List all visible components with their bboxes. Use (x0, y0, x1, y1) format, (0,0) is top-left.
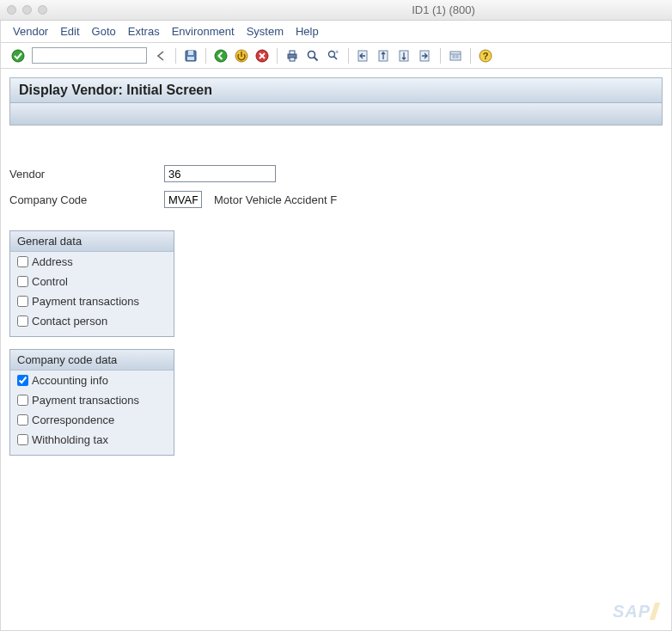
window-titlebar: ID1 (1) (800) (0, 0, 672, 21)
svg-point-10 (309, 51, 315, 58)
sap-logo-text: SAP (613, 602, 651, 621)
svg-text:?: ? (483, 51, 489, 61)
checkbox-payment-transactions-general-label: Payment transactions (32, 295, 139, 308)
group-company-code-data: Company code data Accounting info Paymen… (9, 349, 174, 456)
menu-help[interactable]: Help (296, 25, 319, 38)
menu-edit[interactable]: Edit (60, 25, 79, 38)
checkbox-control[interactable]: Control (10, 272, 174, 291)
enter-icon[interactable] (9, 47, 27, 64)
checkbox-payment-transactions-cc[interactable]: Payment transactions (10, 390, 174, 410)
checkbox-contact-person-box[interactable] (17, 316, 28, 327)
svg-rect-9 (290, 58, 295, 61)
label-vendor: Vendor (9, 168, 164, 181)
group-general-data: General data Address Control Payment tra… (9, 230, 174, 337)
window-title: ID1 (1) (800) (0, 3, 672, 16)
checkbox-control-box[interactable] (17, 276, 28, 287)
separator-icon (205, 48, 206, 64)
checkbox-payment-transactions-general-box[interactable] (17, 296, 28, 307)
row-company-code: Company Code Motor Vehicle Accident F (9, 191, 663, 208)
standard-toolbar: + ? (1, 43, 671, 69)
separator-icon (470, 48, 471, 64)
svg-rect-2 (188, 51, 193, 55)
checkbox-withholding-tax[interactable]: Withholding tax (10, 430, 174, 450)
svg-line-11 (315, 57, 318, 60)
sap-slash-icon (650, 603, 660, 620)
application-toolbar (9, 103, 663, 126)
last-page-icon[interactable] (417, 47, 434, 64)
company-code-description: Motor Vehicle Accident F (214, 193, 337, 206)
checkbox-contact-person[interactable]: Contact person (10, 311, 174, 331)
checkbox-withholding-tax-box[interactable] (17, 434, 28, 445)
find-next-icon[interactable]: + (325, 47, 342, 64)
command-field[interactable] (32, 47, 147, 64)
checkbox-payment-transactions-cc-label: Payment transactions (32, 394, 139, 407)
menu-system[interactable]: System (247, 25, 284, 38)
help-icon[interactable]: ? (477, 47, 494, 64)
content-area: Vendor Company Code Motor Vehicle Accide… (9, 131, 663, 456)
input-company-code[interactable] (164, 191, 202, 208)
first-page-icon[interactable] (355, 47, 372, 64)
checkbox-correspondence-label: Correspondence (32, 414, 114, 426)
input-vendor[interactable] (164, 165, 276, 182)
screen-title: Display Vendor: Initial Screen (9, 77, 663, 103)
back-icon[interactable] (212, 47, 229, 64)
new-session-icon[interactable] (447, 47, 464, 64)
print-icon[interactable] (284, 47, 301, 64)
group-company-code-title: Company code data (10, 350, 174, 371)
svg-text:+: + (335, 49, 339, 55)
svg-rect-8 (290, 51, 295, 54)
cancel-icon[interactable] (254, 47, 271, 64)
checkbox-address-box[interactable] (17, 256, 28, 267)
checkbox-correspondence-box[interactable] (17, 414, 28, 426)
separator-icon (175, 48, 176, 64)
menu-extras[interactable]: Extras (128, 25, 160, 38)
history-icon[interactable] (152, 47, 169, 64)
checkbox-accounting-info-box[interactable] (17, 375, 28, 386)
menu-environment[interactable]: Environment (172, 25, 235, 38)
next-page-icon[interactable] (396, 47, 413, 64)
separator-icon (440, 48, 441, 64)
checkbox-address-label: Address (32, 255, 73, 268)
menu-bar: Vendor Edit Goto Extras Environment Syst… (1, 21, 671, 43)
checkbox-withholding-tax-label: Withholding tax (32, 433, 108, 446)
svg-line-13 (334, 56, 338, 59)
svg-point-4 (215, 50, 227, 62)
checkbox-control-label: Control (32, 275, 68, 288)
checkbox-correspondence[interactable]: Correspondence (10, 410, 174, 430)
menu-goto[interactable]: Goto (92, 25, 116, 38)
sap-logo: SAP (613, 602, 657, 622)
svg-point-12 (329, 51, 335, 57)
save-icon[interactable] (182, 47, 199, 64)
checkbox-address[interactable]: Address (10, 252, 174, 272)
svg-point-0 (12, 50, 24, 62)
label-company-code: Company Code (9, 193, 164, 206)
find-icon[interactable] (304, 47, 321, 64)
exit-icon[interactable] (233, 47, 250, 64)
separator-icon (277, 48, 278, 64)
group-general-title: General data (10, 231, 174, 252)
checkbox-contact-person-label: Contact person (32, 315, 107, 328)
menu-vendor[interactable]: Vendor (13, 25, 48, 38)
checkbox-payment-transactions-cc-box[interactable] (17, 395, 28, 406)
svg-rect-3 (187, 57, 194, 60)
prev-page-icon[interactable] (376, 47, 393, 64)
separator-icon (348, 48, 349, 64)
checkbox-accounting-info[interactable]: Accounting info (10, 371, 174, 390)
checkbox-payment-transactions-general[interactable]: Payment transactions (10, 291, 174, 311)
row-vendor: Vendor (9, 165, 663, 182)
checkbox-accounting-info-label: Accounting info (32, 374, 108, 387)
